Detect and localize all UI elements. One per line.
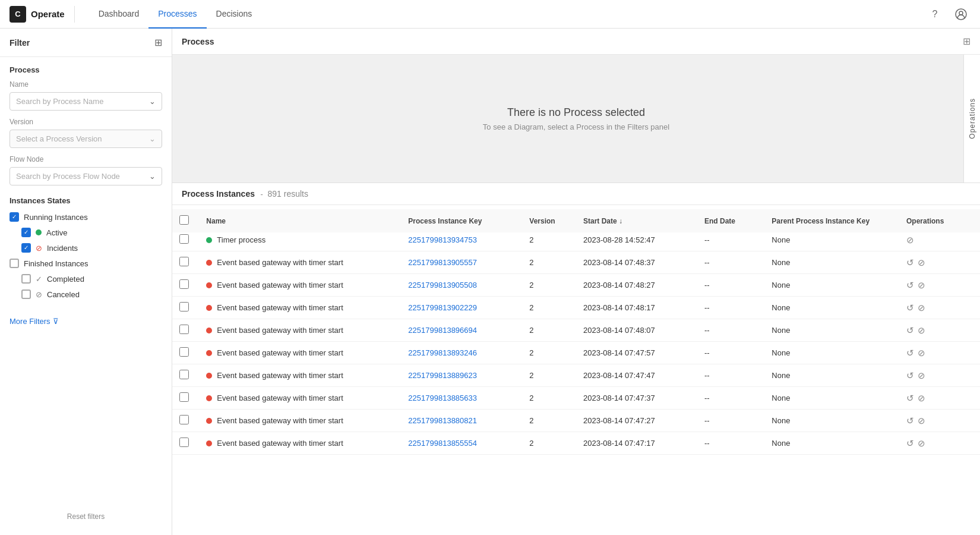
canceled-checkbox[interactable] bbox=[21, 289, 31, 299]
process-empty-sub: To see a Diagram, select a Process in th… bbox=[483, 122, 669, 131]
retry-icon-1[interactable]: ↺ bbox=[906, 257, 914, 268]
completed-row: ✓ Completed bbox=[10, 273, 162, 285]
retry-icon-3[interactable]: ↺ bbox=[906, 303, 914, 313]
row-ops-cell-9: ↺ ⊘ bbox=[899, 432, 980, 455]
cancel-icon-8[interactable]: ⊘ bbox=[918, 416, 925, 426]
row-ops-cell-8: ↺ ⊘ bbox=[899, 410, 980, 432]
running-instances-checkbox[interactable]: ✓ bbox=[10, 212, 19, 222]
chevron-down-icon-flow: ⌄ bbox=[149, 172, 156, 181]
row-start-6: 2023-08-14 07:47:47 bbox=[576, 364, 697, 387]
row-version-1: 2 bbox=[522, 251, 576, 274]
retry-icon-7[interactable]: ↺ bbox=[906, 393, 914, 404]
cancel-icon-4[interactable]: ⊘ bbox=[918, 325, 925, 336]
retry-icon-2[interactable]: ↺ bbox=[906, 280, 914, 291]
table-row: Event based gateway with timer start 225… bbox=[172, 251, 980, 274]
row-version-5: 2 bbox=[522, 342, 576, 364]
process-area-title: Process bbox=[182, 37, 214, 46]
user-button[interactable] bbox=[951, 5, 970, 24]
cancel-icon-2[interactable]: ⊘ bbox=[918, 280, 925, 291]
nav-decisions[interactable]: Decisions bbox=[207, 0, 262, 29]
row-version-4: 2 bbox=[522, 319, 576, 342]
instances-count: 891 results bbox=[268, 189, 308, 199]
filter-toggle-icon[interactable]: ⊞ bbox=[154, 37, 162, 48]
select-all-checkbox[interactable] bbox=[179, 215, 189, 225]
completed-icon: ✓ bbox=[36, 275, 42, 284]
row-status-2 bbox=[206, 282, 212, 288]
operations-tab[interactable]: Operations bbox=[963, 55, 980, 182]
row-ops-cell-1: ↺ ⊘ bbox=[899, 251, 980, 274]
row-parent-3: None bbox=[764, 297, 899, 319]
row-key-link-3[interactable]: 2251799813902229 bbox=[408, 303, 477, 312]
row-version-3: 2 bbox=[522, 297, 576, 319]
row-checkbox-4[interactable] bbox=[179, 325, 189, 334]
cancel-icon-5[interactable]: ⊘ bbox=[918, 348, 925, 358]
retry-icon-8[interactable]: ↺ bbox=[906, 416, 914, 426]
active-checkbox[interactable]: ✓ bbox=[21, 228, 31, 237]
incidents-checkbox[interactable]: ✓ bbox=[21, 243, 31, 253]
row-checkbox-2[interactable] bbox=[179, 279, 189, 289]
row-parent-6: None bbox=[764, 364, 899, 387]
row-key-link-9[interactable]: 2251799813855554 bbox=[408, 439, 477, 448]
col-header-ops: Operations bbox=[899, 209, 980, 233]
cancel-icon-3[interactable]: ⊘ bbox=[918, 303, 925, 313]
brand: C Operate bbox=[10, 6, 75, 23]
row-name-4: Event based gateway with timer start bbox=[217, 326, 343, 335]
row-start-9: 2023-08-14 07:47:17 bbox=[576, 432, 697, 455]
row-checkbox-1[interactable] bbox=[179, 257, 189, 266]
row-key-link-4[interactable]: 2251799813896694 bbox=[408, 326, 477, 335]
nav-processes[interactable]: Processes bbox=[148, 0, 206, 29]
cancel-icon-1[interactable]: ⊘ bbox=[918, 257, 925, 268]
panel-icon[interactable]: ⊞ bbox=[963, 36, 970, 47]
row-checkbox-6[interactable] bbox=[179, 370, 189, 379]
active-label: Active bbox=[46, 228, 67, 237]
retry-icon-4[interactable]: ↺ bbox=[906, 325, 914, 336]
row-parent-8: None bbox=[764, 410, 899, 432]
cancel-icon-9[interactable]: ⊘ bbox=[918, 438, 925, 449]
row-key-cell-2: 2251799813905508 bbox=[401, 274, 522, 297]
row-checkbox-7[interactable] bbox=[179, 392, 189, 402]
table-row: Event based gateway with timer start 225… bbox=[172, 274, 980, 297]
retry-icon-9[interactable]: ↺ bbox=[906, 438, 914, 449]
row-end-5: -- bbox=[697, 342, 764, 364]
col-header-key: Process Instance Key bbox=[401, 209, 522, 233]
flow-node-select[interactable]: Search by Process Flow Node ⌄ bbox=[10, 167, 162, 185]
row-key-link-1[interactable]: 2251799813905557 bbox=[408, 258, 477, 267]
row-checkbox-9[interactable] bbox=[179, 438, 189, 447]
col-header-start[interactable]: Start Date ↓ bbox=[576, 209, 697, 233]
top-nav: C Operate Dashboard Processes Decisions … bbox=[0, 0, 980, 29]
table-row: Event based gateway with timer start 225… bbox=[172, 342, 980, 364]
help-button[interactable]: ? bbox=[925, 5, 944, 24]
row-checkbox-cell bbox=[172, 297, 199, 319]
cancel-icon-7[interactable]: ⊘ bbox=[918, 393, 925, 404]
row-key-link-8[interactable]: 2251799813880821 bbox=[408, 416, 477, 425]
process-name-select[interactable]: Search by Process Name ⌄ bbox=[10, 92, 162, 111]
instances-states-title: Instances States bbox=[10, 196, 162, 205]
row-key-link-7[interactable]: 2251799813885633 bbox=[408, 394, 477, 402]
row-name-5: Event based gateway with timer start bbox=[217, 348, 343, 357]
row-ops-cell-6: ↺ ⊘ bbox=[899, 364, 980, 387]
nav-dashboard[interactable]: Dashboard bbox=[89, 0, 149, 29]
more-filters-button[interactable]: More Filters ⊽ bbox=[0, 310, 172, 333]
reset-filters-button[interactable]: Reset filters bbox=[0, 508, 172, 525]
row-key-link-6[interactable]: 2251799813889623 bbox=[408, 371, 477, 380]
finished-instances-checkbox[interactable] bbox=[10, 259, 19, 268]
retry-icon-5[interactable]: ↺ bbox=[906, 348, 914, 358]
row-key-link-0[interactable]: 2251799813934753 bbox=[408, 235, 477, 244]
name-label: Name bbox=[10, 80, 162, 89]
finished-instances-label: Finished Instances bbox=[24, 259, 88, 268]
row-checkbox-5[interactable] bbox=[179, 347, 189, 357]
process-version-select[interactable]: Select a Process Version ⌄ bbox=[10, 130, 162, 148]
row-checkbox-3[interactable] bbox=[179, 302, 189, 311]
row-checkbox-8[interactable] bbox=[179, 415, 189, 424]
row-ops-cell-7: ↺ ⊘ bbox=[899, 387, 980, 410]
row-parent-5: None bbox=[764, 342, 899, 364]
row-key-link-2[interactable]: 2251799813905508 bbox=[408, 281, 477, 289]
retry-icon-6[interactable]: ↺ bbox=[906, 370, 914, 381]
completed-checkbox[interactable] bbox=[21, 274, 31, 284]
row-status-3 bbox=[206, 305, 212, 311]
cancel-icon-6[interactable]: ⊘ bbox=[918, 370, 925, 381]
row-checkbox-0[interactable] bbox=[179, 234, 189, 244]
cancel-icon-0[interactable]: ⊘ bbox=[906, 235, 914, 246]
process-name-placeholder: Search by Process Name bbox=[16, 97, 103, 106]
row-key-link-5[interactable]: 2251799813893246 bbox=[408, 348, 477, 357]
